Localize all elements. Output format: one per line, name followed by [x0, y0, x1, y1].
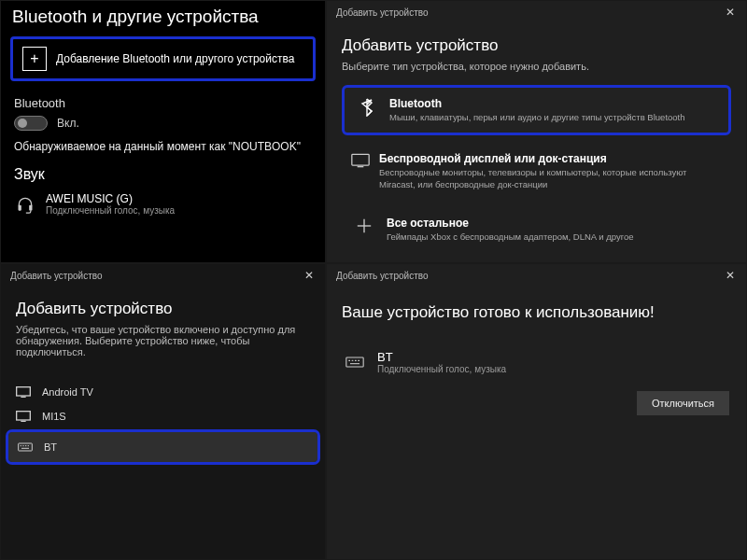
device-type-bluetooth[interactable]: Bluetooth Мыши, клавиатуры, перья или ау…	[342, 85, 731, 135]
svg-rect-1	[29, 204, 32, 210]
dialog-titlebar: Добавить устройство ✕	[327, 264, 746, 287]
audio-device-row[interactable]: AWEI MUSIC (G) Подключенный голос, музык…	[1, 189, 325, 219]
toggle-state-label: Вкл.	[57, 117, 79, 130]
device-type-other[interactable]: Все остальное Геймпады Xbox с беспроводн…	[342, 207, 731, 252]
type-title: Беспроводной дисплей или док-станция	[379, 152, 722, 165]
discovered-device-androidtv[interactable]: Android TV	[1, 380, 325, 404]
discoverable-text: Обнаруживаемое на данный момент как "NOU…	[1, 140, 325, 166]
add-device-button[interactable]: + Добавление Bluetooth или другого устро…	[10, 36, 316, 81]
device-status: Подключенный голос, музыка	[377, 364, 506, 374]
add-device-label: Добавление Bluetooth или другого устройс…	[56, 52, 294, 65]
sound-heading: Звук	[1, 166, 325, 189]
dialog-window-title: Добавить устройство	[10, 271, 103, 281]
connected-device-row: BT Подключенный голос, музыка	[327, 344, 746, 380]
bluetooth-section-label: Bluetooth	[1, 94, 325, 116]
plus-icon: +	[22, 47, 47, 71]
close-icon[interactable]: ✕	[299, 267, 319, 284]
plus-icon	[351, 217, 377, 234]
svg-rect-2	[352, 155, 369, 166]
dialog-window-title: Добавить устройство	[336, 271, 429, 281]
ready-heading: Ваше устройство готово к использованию!	[327, 287, 746, 344]
page-title: Bluetooth и другие устройства	[1, 1, 325, 36]
device-name: MI1S	[42, 411, 66, 422]
toggle-knob	[18, 119, 27, 128]
bluetooth-icon	[354, 97, 380, 117]
type-desc: Мыши, клавиатуры, перья или аудио и друг…	[389, 112, 685, 123]
display-icon	[351, 152, 370, 168]
display-icon	[14, 411, 33, 422]
dialog-heading: Добавить устройство	[16, 296, 310, 324]
close-icon[interactable]: ✕	[720, 267, 740, 284]
device-ready-dialog: Добавить устройство ✕ Ваше устройство го…	[326, 263, 747, 560]
dialog-heading: Добавить устройство	[342, 33, 731, 61]
dialog-subtext: Выберите тип устройства, которое нужно д…	[342, 61, 731, 85]
discover-devices-dialog: Добавить устройство ✕ Добавить устройств…	[0, 263, 326, 560]
device-type-wireless-display[interactable]: Беспроводной дисплей или док-станция Бес…	[342, 143, 731, 200]
add-device-type-dialog: Добавить устройство ✕ Добавить устройств…	[326, 0, 747, 263]
svg-rect-0	[19, 204, 21, 210]
disconnect-button[interactable]: Отключиться	[637, 391, 729, 415]
bluetooth-toggle[interactable]	[14, 116, 48, 131]
discovered-device-mi1s[interactable]: MI1S	[1, 404, 325, 428]
dialog-titlebar: Добавить устройство ✕	[1, 264, 325, 287]
display-icon	[14, 386, 33, 398]
discovered-device-bt[interactable]: BT	[8, 432, 317, 462]
svg-rect-16	[346, 357, 363, 367]
settings-bluetooth-panel: Bluetooth и другие устройства + Добавлен…	[0, 0, 326, 263]
device-name: Android TV	[42, 386, 93, 398]
device-name: BT	[44, 441, 57, 453]
svg-rect-8	[17, 412, 31, 420]
dialog-subtext: Убедитесь, что ваше устройство включено …	[16, 324, 310, 365]
keyboard-icon	[16, 442, 35, 452]
device-name: AWEI MUSIC (G)	[46, 192, 175, 205]
type-desc: Беспроводные мониторы, телевизоры и комп…	[379, 167, 722, 190]
dialog-titlebar: Добавить устройство ✕	[327, 1, 746, 23]
close-icon[interactable]: ✕	[720, 4, 740, 21]
device-name: BT	[377, 350, 506, 364]
dialog-window-title: Добавить устройство	[336, 7, 429, 18]
type-title: Bluetooth	[389, 97, 685, 110]
type-desc: Геймпады Xbox с беспроводным адаптером, …	[387, 231, 634, 243]
keyboard-icon	[344, 357, 366, 368]
svg-rect-6	[17, 387, 31, 396]
headset-icon	[14, 195, 36, 214]
svg-rect-10	[19, 443, 33, 451]
type-title: Все остальное	[387, 217, 634, 230]
device-status: Подключенный голос, музыка	[46, 205, 175, 216]
